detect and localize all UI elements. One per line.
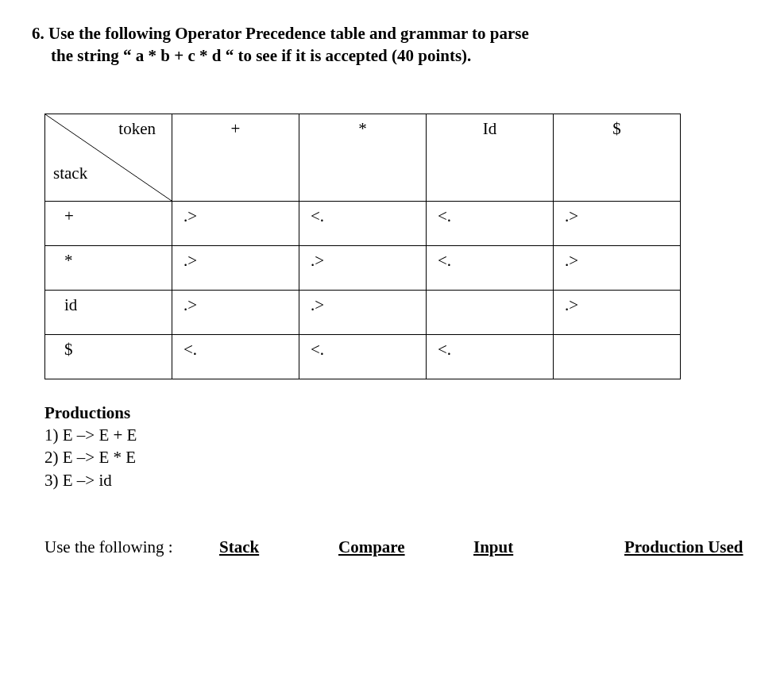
table-row: id .> .> .> (45, 290, 681, 334)
question-block: 6. Use the following Operator Precedence… (32, 22, 752, 67)
productions-block: Productions 1) E –> E + E 2) E –> E * E … (44, 402, 752, 491)
table-row: * .> .> <. .> (45, 245, 681, 290)
cell: .> (172, 201, 299, 245)
production-item: 1) E –> E + E (44, 424, 752, 446)
corner-token-label: token (118, 119, 156, 139)
trace-col-stack: Stack (219, 537, 338, 557)
cell: .> (299, 290, 427, 334)
cell (554, 334, 681, 379)
cell: <. (299, 334, 427, 379)
cell: .> (172, 290, 299, 334)
cell: .> (299, 245, 427, 290)
table-row: $ <. <. <. (45, 334, 681, 379)
corner-stack-label: stack (53, 164, 87, 183)
question-line2: the string “ a * b + c * d “ to see if i… (32, 44, 752, 67)
cell: <. (427, 334, 554, 379)
precedence-table: token stack + * Id $ + .> <. <. .> * .> … (44, 114, 681, 379)
trace-col-production: Production Used (624, 537, 752, 557)
productions-title: Productions (44, 402, 752, 424)
cell: .> (554, 245, 681, 290)
corner-cell: token stack (45, 114, 172, 201)
page: 6. Use the following Operator Precedence… (0, 0, 784, 693)
cell (427, 290, 554, 334)
cell: <. (427, 201, 554, 245)
cell: <. (299, 201, 427, 245)
production-item: 2) E –> E * E (44, 446, 752, 468)
production-item: 3) E –> id (44, 469, 752, 491)
cell: .> (172, 245, 299, 290)
cell: .> (554, 290, 681, 334)
row-header-plus: + (45, 201, 172, 245)
trace-lead: Use the following : (44, 537, 219, 557)
row-header-id: id (45, 290, 172, 334)
table-header-row: token stack + * Id $ (45, 114, 681, 201)
row-header-star: * (45, 245, 172, 290)
table-row: + .> <. <. .> (45, 201, 681, 245)
trace-col-compare: Compare (338, 537, 473, 557)
cell: <. (427, 245, 554, 290)
trace-col-input: Input (473, 537, 624, 557)
cell: <. (172, 334, 299, 379)
col-header-dollar: $ (554, 114, 681, 201)
cell: .> (554, 201, 681, 245)
col-header-star: * (299, 114, 427, 201)
trace-header: Use the following : Stack Compare Input … (44, 537, 752, 557)
col-header-plus: + (172, 114, 299, 201)
question-line1: 6. Use the following Operator Precedence… (32, 22, 752, 44)
col-header-id: Id (427, 114, 554, 201)
row-header-dollar: $ (45, 334, 172, 379)
